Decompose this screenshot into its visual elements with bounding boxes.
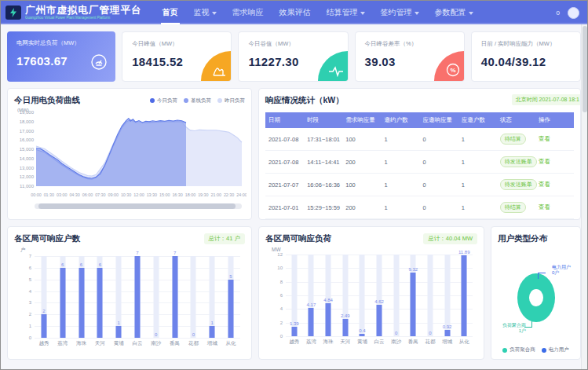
chart-scrollbar[interactable] xyxy=(35,203,242,209)
avatar[interactable] xyxy=(568,7,579,19)
svg-text:22:30: 22:30 xyxy=(224,192,235,197)
kpi-label: 电网实时总负荷（MW） xyxy=(16,39,108,47)
bar-column[interactable]: 0 xyxy=(184,256,203,338)
column-header: 操作 xyxy=(535,112,574,128)
nav-item-effect-eval[interactable]: 效果评估 xyxy=(272,1,319,24)
bar[interactable] xyxy=(41,314,46,338)
bar[interactable] xyxy=(210,326,215,338)
svg-text:12,000: 12,000 xyxy=(20,174,35,179)
bar-column[interactable]: 6 xyxy=(72,256,91,338)
legend-label: 昨日负荷 xyxy=(225,97,245,104)
bar[interactable] xyxy=(444,330,450,336)
nav-item-contract-mgmt[interactable]: 签约管理 xyxy=(373,1,427,24)
bar[interactable] xyxy=(116,326,122,338)
legend-item-0[interactable]: 今日负荷 xyxy=(150,97,177,104)
column-header: 应邀响应量 xyxy=(420,112,458,128)
kpi-row: 电网实时总负荷（MW）17603.67今日峰值（MW）18415.52今日谷值（… xyxy=(7,31,581,82)
kpi-label: 今日峰值（MW） xyxy=(132,40,223,48)
notification-count[interactable]: 0 xyxy=(557,9,560,16)
vertical-scrollbar[interactable] xyxy=(581,24,587,369)
x-category-label: 黄埔 xyxy=(109,340,128,347)
svg-text:16,000: 16,000 xyxy=(20,137,35,142)
kpi-card-today-peak[interactable]: 今日峰值（MW）18415.52 xyxy=(122,31,232,82)
bar[interactable] xyxy=(291,327,297,336)
nav-item-home[interactable]: 首页 xyxy=(155,1,186,24)
kpi-card-response-capability[interactable]: 日前 / 实时响应能力（MW）40.04/39.12 xyxy=(471,31,581,82)
view-link[interactable]: 查看 xyxy=(539,203,550,211)
view-link[interactable]: 查看 xyxy=(539,135,550,142)
bar-column[interactable]: 1 xyxy=(203,256,221,338)
table-cell: 1 xyxy=(381,151,419,174)
view-link[interactable]: 查看 xyxy=(539,181,550,188)
bar-column[interactable]: 5 xyxy=(221,256,240,338)
bar-column[interactable]: 0 xyxy=(388,255,405,336)
legend-item-1[interactable]: 基线负荷 xyxy=(184,97,211,104)
user-type-legend: 负荷聚合商电力用户 xyxy=(498,346,574,354)
table-cell: 16:06~16:36 xyxy=(304,174,342,196)
nav-item-demand-response[interactable]: 需求响应 xyxy=(225,1,272,24)
bar-track xyxy=(393,255,399,336)
kpi-card-today-valley[interactable]: 今日谷值（MW）11227.30 xyxy=(238,31,348,82)
bar-column[interactable]: 9.32 xyxy=(404,255,422,336)
view-link[interactable]: 查看 xyxy=(539,158,550,165)
bar-column[interactable]: 4.62 xyxy=(371,255,388,336)
bar[interactable] xyxy=(326,303,331,336)
table-cell: 1 xyxy=(458,128,497,151)
bar-column[interactable]: 4.17 xyxy=(303,255,320,336)
nav-item-param-config[interactable]: 参数配置 xyxy=(427,1,481,24)
bar-column[interactable]: 6 xyxy=(53,256,72,338)
bar-column[interactable]: 7 xyxy=(166,256,184,338)
bar-column[interactable]: 0.4 xyxy=(354,255,371,336)
svg-text:06:00: 06:00 xyxy=(82,192,93,197)
bar-column[interactable]: 7 xyxy=(128,256,147,338)
bar-column[interactable]: 6 xyxy=(90,256,109,338)
bar[interactable] xyxy=(309,308,314,336)
kpi-label: 日前 / 实时响应能力（MW） xyxy=(481,40,572,48)
nav-item-settlement-mgmt[interactable]: 结算管理 xyxy=(319,1,373,24)
chart-scrollbar-thumb[interactable] xyxy=(38,203,236,209)
table-cell: 2021-07-08 xyxy=(265,151,304,174)
bar-column[interactable]: 0.92 xyxy=(439,255,456,336)
bar[interactable] xyxy=(342,319,348,336)
bar-column[interactable]: 0 xyxy=(422,255,439,336)
bar[interactable] xyxy=(172,256,177,338)
bar-column[interactable]: 1 xyxy=(109,256,128,338)
x-category-label: 天河 xyxy=(90,340,109,347)
kpi-card-grid-realtime-load[interactable]: 电网实时总负荷（MW）17603.67 xyxy=(7,31,115,82)
bar[interactable] xyxy=(97,268,103,338)
donut-legend-item-1[interactable]: 电力用户 xyxy=(542,346,569,354)
x-category-label: 天河 xyxy=(337,339,354,346)
kpi-card-peak-valley-rate[interactable]: 今日峰谷差率（%）39.03% xyxy=(355,31,465,82)
bar-column[interactable]: 2.49 xyxy=(337,255,354,336)
bar[interactable] xyxy=(411,273,416,336)
bar[interactable] xyxy=(60,268,65,338)
bar-column[interactable]: 11.89 xyxy=(455,255,473,336)
bar-column[interactable]: 0 xyxy=(147,256,166,338)
nav-item-label: 效果评估 xyxy=(279,7,311,18)
table-cell-status: 待结算 xyxy=(497,128,535,151)
bar[interactable] xyxy=(228,280,234,338)
table-header-row: 日期时段需求响应量邀约户数应邀响应量应邀户数状态操作 xyxy=(265,112,574,128)
bar[interactable] xyxy=(377,305,382,336)
bar-value-label: 6 xyxy=(80,262,82,267)
nav-item-monitor[interactable]: 监视 xyxy=(186,1,225,24)
bar-value-label: 0.4 xyxy=(359,328,365,333)
bar-track xyxy=(153,256,159,338)
x-category-label: 从化 xyxy=(221,340,240,347)
bar[interactable] xyxy=(79,268,84,338)
donut-legend-item-0[interactable]: 负荷聚合商 xyxy=(502,346,535,354)
legend-item-2[interactable]: 昨日负荷 xyxy=(217,97,245,104)
bar[interactable] xyxy=(462,255,467,336)
table-cell: 1 xyxy=(381,128,419,151)
bar-column[interactable]: 1.39 xyxy=(286,255,303,336)
table-cell-action: 查看 xyxy=(535,196,574,219)
bar-column[interactable]: 4.84 xyxy=(320,255,337,336)
bar-column[interactable]: 2 xyxy=(35,256,53,338)
vertical-scrollbar-thumb[interactable] xyxy=(583,26,587,112)
gridline xyxy=(35,338,240,339)
load-curve-chart: (MW)19,00018,00017,00016,00015,00014,000… xyxy=(14,106,245,202)
bar[interactable] xyxy=(360,334,365,336)
bar[interactable] xyxy=(134,256,140,338)
bar-value-label: 0 xyxy=(155,332,157,337)
table-row: 2021-07-0817:31~18:01100101待结算查看 xyxy=(265,128,574,151)
